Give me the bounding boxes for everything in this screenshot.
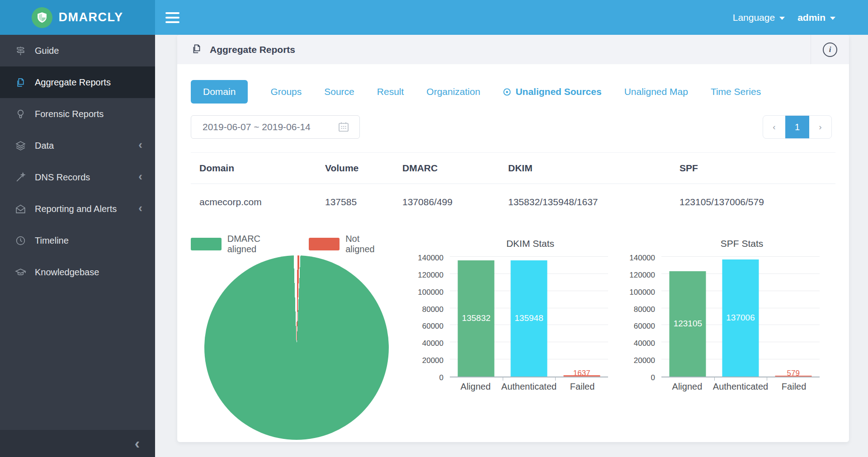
hamburger-menu-icon[interactable] bbox=[165, 12, 179, 23]
clock-icon bbox=[14, 235, 26, 246]
y-axis-tick: 80000 bbox=[634, 305, 655, 314]
y-axis-tick: 0 bbox=[439, 373, 443, 382]
bar-failed bbox=[563, 375, 600, 377]
bar-aligned: 123105 bbox=[670, 271, 706, 377]
chevron-left-icon: ‹ bbox=[138, 170, 142, 182]
shield-logo-icon bbox=[32, 7, 52, 28]
sidebar-item-label: Reporting and Alerts bbox=[35, 204, 117, 214]
language-dropdown[interactable]: Language bbox=[733, 12, 785, 23]
y-axis-tick: 40000 bbox=[634, 339, 655, 348]
bar-value-label: 137006 bbox=[726, 313, 755, 323]
pagination-page-1[interactable]: 1 bbox=[785, 116, 809, 138]
y-axis-labels: 020000400006000080000100000120000140000 bbox=[621, 258, 661, 377]
y-axis-tick: 140000 bbox=[629, 254, 655, 263]
bar-value-label: 123105 bbox=[674, 319, 702, 329]
card-header: Aggregate Reports i bbox=[177, 35, 849, 64]
sidebar-item-label: Timeline bbox=[35, 236, 69, 246]
cell-dkim: 135832/135948/1637 bbox=[508, 197, 679, 207]
axis-tick-mark bbox=[503, 377, 503, 381]
x-axis-tick: Failed bbox=[557, 382, 608, 392]
plot-area: 1358321359481637 bbox=[450, 258, 608, 377]
y-axis-tick: 20000 bbox=[634, 356, 655, 365]
y-axis-labels: 020000400006000080000100000120000140000 bbox=[409, 258, 450, 377]
axis-tick-mark bbox=[767, 377, 767, 381]
legend-swatch-red bbox=[309, 238, 340, 250]
bar-authenticated: 135948 bbox=[511, 260, 547, 377]
date-range-value: 2019-06-07 ~ 2019-06-14 bbox=[203, 122, 337, 132]
x-axis-tick: Aligned bbox=[661, 382, 713, 392]
sidebar-item-guide[interactable]: Guide bbox=[0, 35, 155, 66]
pagination-next-button[interactable]: › bbox=[809, 116, 831, 138]
cell-domain: acmecorp.com bbox=[199, 197, 325, 207]
bar-authenticated: 137006 bbox=[722, 259, 759, 377]
sidebar-collapse-button[interactable]: ‹ bbox=[0, 430, 155, 457]
tab-unaligned-map[interactable]: Unaligned Map bbox=[624, 86, 688, 97]
col-header-spf: SPF bbox=[679, 163, 835, 174]
mail-icon bbox=[14, 203, 26, 215]
y-axis-tick: 120000 bbox=[418, 271, 443, 280]
user-dropdown[interactable]: admin bbox=[797, 12, 835, 23]
cell-volume: 137585 bbox=[325, 197, 402, 207]
tab-domain[interactable]: Domain bbox=[191, 80, 248, 104]
aggregate-reports-card: Aggregate Reports i Domain Groups Source… bbox=[177, 35, 849, 442]
y-axis-tick: 20000 bbox=[422, 356, 443, 365]
table-header-row: Domain Volume DMARC DKIM SPF bbox=[191, 152, 835, 184]
signpost-icon bbox=[14, 45, 26, 57]
x-axis-tick: Aligned bbox=[450, 382, 501, 392]
sidebar-item-reporting-and-alerts[interactable]: Reporting and Alerts ‹ bbox=[0, 193, 155, 225]
card-body: Domain Groups Source Result Organization… bbox=[177, 64, 849, 442]
sidebar-item-label: Forensic Reports bbox=[35, 109, 104, 119]
tab-source[interactable]: Source bbox=[324, 86, 354, 97]
main-content: Aggregate Reports i Domain Groups Source… bbox=[155, 35, 868, 457]
chevron-left-icon: ‹ bbox=[138, 139, 142, 151]
dmarcly-app: DMARCLY Language admin Guide Aggreg bbox=[0, 0, 868, 457]
date-range-picker[interactable]: 2019-06-07 ~ 2019-06-14 bbox=[191, 115, 360, 139]
page-title: Aggregate Reports bbox=[210, 44, 295, 55]
tab-organization[interactable]: Organization bbox=[426, 86, 480, 97]
calendar-icon bbox=[337, 120, 350, 134]
x-axis-labels: AlignedAuthenticatedFailed bbox=[450, 382, 608, 392]
bar-failed bbox=[775, 376, 811, 377]
bar-value-label: 579 bbox=[767, 369, 820, 378]
axis-tick-mark bbox=[555, 377, 556, 381]
sidebar-item-aggregate-reports[interactable]: Aggregate Reports bbox=[0, 66, 155, 98]
tab-unaligned-sources[interactable]: Unaligned Sources bbox=[503, 86, 601, 97]
legend-swatch-green bbox=[191, 238, 222, 250]
bar-aligned: 135832 bbox=[458, 260, 495, 377]
spf-stats-chart: SPF Stats 020000400006000080000100000120… bbox=[621, 233, 822, 392]
brand-logo-area[interactable]: DMARCLY bbox=[0, 0, 155, 35]
bar-value-label: 135832 bbox=[462, 313, 491, 323]
sidebar-item-dns-records[interactable]: DNS Records ‹ bbox=[0, 161, 155, 193]
bar-value-label: 135948 bbox=[514, 313, 543, 323]
x-axis-tick: Authenticated bbox=[501, 382, 557, 392]
x-axis-tick: Authenticated bbox=[713, 382, 768, 392]
sidebar-item-data[interactable]: Data ‹ bbox=[0, 130, 155, 161]
col-header-volume: Volume bbox=[325, 163, 402, 174]
sidebar-item-label: DNS Records bbox=[35, 172, 90, 183]
sidebar-item-label: Knowledgebase bbox=[35, 267, 99, 278]
y-axis-tick: 80000 bbox=[422, 305, 443, 314]
chevron-left-icon: ‹ bbox=[135, 437, 140, 449]
graduation-cap-icon bbox=[14, 266, 26, 278]
tab-groups[interactable]: Groups bbox=[270, 86, 302, 97]
y-axis-tick: 60000 bbox=[634, 322, 655, 331]
gridline bbox=[661, 256, 820, 257]
pagination-prev-button[interactable]: ‹ bbox=[763, 116, 785, 138]
tab-result[interactable]: Result bbox=[377, 86, 404, 97]
reports-table: Domain Volume DMARC DKIM SPF acmecorp.co… bbox=[191, 152, 835, 220]
report-tabs: Domain Groups Source Result Organization… bbox=[191, 80, 761, 104]
x-axis-labels: AlignedAuthenticatedFailed bbox=[661, 382, 820, 392]
plot-area: 123105137006579 bbox=[661, 258, 820, 377]
tab-time-series[interactable]: Time Series bbox=[711, 86, 761, 97]
gridline bbox=[450, 256, 608, 257]
sidebar-item-forensic-reports[interactable]: Forensic Reports bbox=[0, 98, 155, 130]
col-header-domain: Domain bbox=[199, 163, 325, 174]
info-icon[interactable]: i bbox=[823, 42, 837, 57]
cell-spf: 123105/137006/579 bbox=[679, 197, 835, 207]
y-axis-tick: 40000 bbox=[422, 339, 443, 348]
sidebar-item-knowledgebase[interactable]: Knowledgebase bbox=[0, 256, 155, 288]
sidebar-item-timeline[interactable]: Timeline bbox=[0, 225, 155, 256]
dkim-stats-chart: DKIM Stats 02000040000600008000010000012… bbox=[409, 233, 611, 392]
table-row: acmecorp.com 137585 137086/499 135832/13… bbox=[191, 184, 835, 220]
chevron-down-icon bbox=[779, 17, 785, 20]
